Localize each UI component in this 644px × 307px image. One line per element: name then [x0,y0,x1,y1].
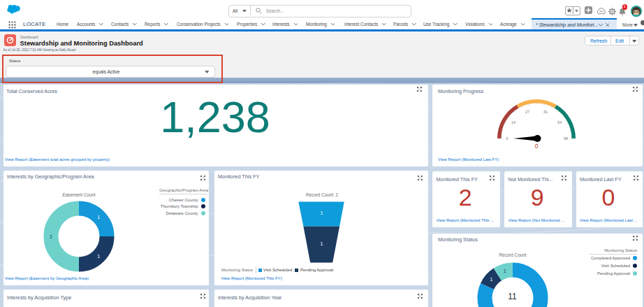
svg-text:11: 11 [508,292,517,301]
svg-text:54: 54 [557,120,562,124]
svg-text:0: 0 [535,143,539,150]
svg-text:1: 1 [321,210,323,215]
svg-text:2: 2 [50,234,52,239]
svg-text:27: 27 [525,110,529,114]
svg-text:0: 0 [506,136,508,141]
svg-text:41: 41 [543,110,548,114]
svg-text:1: 1 [321,241,323,246]
svg-text:1: 1 [97,254,100,259]
svg-text:68: 68 [564,136,568,141]
svg-text:1: 1 [490,277,492,282]
svg-text:14: 14 [511,120,515,124]
svg-text:1: 1 [504,269,506,273]
